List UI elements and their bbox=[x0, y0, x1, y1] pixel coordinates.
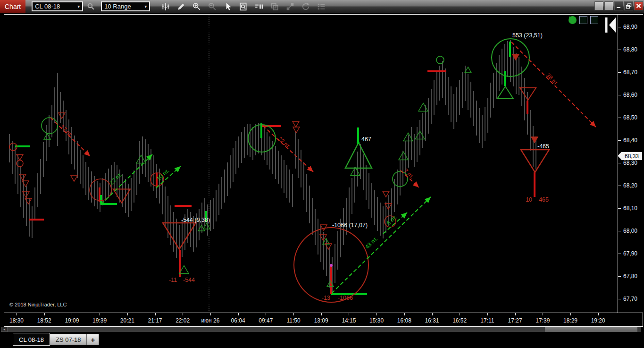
price-chart[interactable]: 17 пт.22 пт.10 пт.22 пт.43 пт.6 пт.7 пт.… bbox=[4, 15, 618, 313]
time-tick bbox=[293, 313, 294, 315]
svg-text:43 пт.: 43 пт. bbox=[364, 235, 379, 250]
time-tick-label: 19:09 bbox=[65, 317, 79, 324]
time-tick bbox=[155, 313, 156, 315]
scrollbar-left-button[interactable]: ◄ bbox=[1, 327, 8, 332]
time-tick bbox=[238, 313, 239, 315]
price-tick bbox=[618, 27, 621, 27]
time-tick bbox=[127, 313, 128, 315]
time-tick-label: 19:20 bbox=[591, 317, 605, 324]
price-tick bbox=[618, 163, 621, 163]
range-select[interactable]: 10 Range ▾ bbox=[101, 1, 150, 11]
add-tab-button[interactable]: + bbox=[87, 334, 99, 345]
svg-text:38 пт.: 38 пт. bbox=[545, 72, 560, 87]
time-tick bbox=[349, 313, 349, 315]
zoom-out-icon[interactable] bbox=[207, 2, 217, 11]
svg-text:-1066: -1066 bbox=[338, 295, 353, 301]
price-tick bbox=[618, 254, 621, 254]
toolbar-icons bbox=[160, 2, 326, 11]
time-tick bbox=[72, 313, 72, 315]
time-tick-label: 09:47 bbox=[259, 317, 273, 324]
price-tick bbox=[618, 231, 621, 231]
svg-text:7 пт.: 7 пт. bbox=[402, 168, 415, 180]
refresh-icon[interactable] bbox=[301, 2, 311, 11]
horizontal-scrollbar[interactable]: ◄ bbox=[1, 327, 641, 332]
price-tick bbox=[618, 50, 621, 50]
zoom-in-icon[interactable] bbox=[192, 2, 202, 11]
minimize-button[interactable] bbox=[614, 1, 623, 10]
time-tick-label: 17:39 bbox=[535, 317, 550, 324]
current-price-value: 68,33 bbox=[625, 153, 639, 160]
window-title-tab[interactable]: Chart bbox=[0, 0, 25, 13]
maximize-panel-icon[interactable] bbox=[590, 16, 598, 24]
list-icon[interactable] bbox=[316, 2, 326, 11]
chart-plot-area[interactable]: 17 пт.22 пт.10 пт.22 пт.43 пт.6 пт.7 пт.… bbox=[4, 15, 618, 313]
inspect-icon[interactable] bbox=[238, 2, 249, 11]
svg-text:-544: -544 bbox=[183, 277, 195, 283]
layers-icon[interactable] bbox=[269, 2, 280, 11]
price-tick bbox=[618, 95, 621, 95]
time-tick bbox=[100, 313, 100, 315]
chart-tab-cl-08-18[interactable]: CL 08-18 bbox=[13, 333, 50, 346]
chart-tab-bar: CL 08-18ZS 07-18+ bbox=[0, 332, 644, 348]
instrument-select[interactable]: CL 08-18 ▾ bbox=[32, 1, 83, 11]
time-tick-label: 20:21 bbox=[120, 317, 134, 324]
nodes-icon[interactable] bbox=[285, 2, 295, 11]
time-tick bbox=[404, 313, 405, 315]
time-tick-label: 17:27 bbox=[508, 317, 522, 324]
svg-text:-544 (9,38): -544 (9,38) bbox=[181, 217, 210, 223]
price-tick-label: 68,90 bbox=[623, 24, 637, 30]
price-tick bbox=[618, 118, 621, 118]
price-tick-label: 68,10 bbox=[623, 205, 637, 211]
pencil-icon[interactable] bbox=[176, 2, 186, 11]
scrollbar-thumb[interactable] bbox=[545, 327, 637, 332]
time-tick-label: 18:52 bbox=[37, 317, 51, 324]
svg-text:-10: -10 bbox=[524, 196, 532, 203]
price-tick-label: 67,70 bbox=[623, 296, 637, 302]
time-tick bbox=[598, 313, 599, 315]
time-tick-label: июн 26 bbox=[201, 317, 219, 324]
price-tick-label: 68,00 bbox=[623, 228, 637, 234]
price-tick bbox=[618, 276, 621, 277]
price-axis[interactable]: 68,33 68,9068,8068,7068,6068,5068,4068,3… bbox=[618, 15, 643, 313]
copyright-text: © 2018 NinjaTrader, LLC bbox=[9, 302, 67, 307]
restore-button[interactable] bbox=[624, 1, 633, 10]
chart-corner-toolbar bbox=[569, 16, 598, 24]
time-axis[interactable]: 18:3018:5219:0919:3920:2121:1722:02июн 2… bbox=[4, 313, 643, 326]
svg-text:467: 467 bbox=[361, 136, 371, 143]
time-tick-label: 16:31 bbox=[425, 317, 439, 324]
time-tick-label: 22:02 bbox=[176, 317, 190, 324]
svg-text:22 пт.: 22 пт. bbox=[277, 136, 292, 150]
time-tick bbox=[210, 313, 211, 315]
time-tick bbox=[17, 313, 17, 315]
price-tick-label: 68,40 bbox=[623, 137, 637, 143]
svg-text:-1066 (17,07): -1066 (17,07) bbox=[332, 222, 368, 229]
chart-tab-zs-07-18[interactable]: ZS 07-18 bbox=[50, 334, 87, 345]
data-series-list-icon[interactable] bbox=[579, 16, 587, 24]
svg-text:-11: -11 bbox=[169, 277, 177, 283]
time-tick-label: 18:29 bbox=[563, 317, 577, 324]
time-tick-label: 06:04 bbox=[231, 317, 245, 324]
search-icon[interactable] bbox=[87, 2, 95, 10]
chevron-down-icon: ▾ bbox=[144, 4, 147, 9]
window-button-a[interactable] bbox=[594, 1, 603, 10]
window-controls bbox=[594, 1, 643, 10]
time-tick bbox=[44, 313, 45, 315]
time-tick-label: 16:52 bbox=[452, 317, 467, 324]
window-button-b[interactable] bbox=[604, 1, 613, 10]
stepper-icon[interactable] bbox=[254, 2, 264, 11]
indicators-icon[interactable] bbox=[160, 2, 171, 11]
time-tick bbox=[432, 313, 433, 315]
close-button[interactable] bbox=[634, 1, 643, 10]
current-price-marker: 68,33 bbox=[621, 152, 642, 160]
price-tick bbox=[618, 72, 621, 73]
time-tick-label: 15:30 bbox=[369, 317, 384, 324]
window-title: Chart bbox=[5, 3, 21, 10]
cursor-icon[interactable] bbox=[223, 2, 233, 11]
range-select-value: 10 Range bbox=[104, 3, 131, 10]
time-tick bbox=[183, 313, 183, 315]
price-tick-label: 68,20 bbox=[623, 183, 637, 188]
scrollbar-track[interactable] bbox=[8, 327, 641, 332]
svg-text:10 пт.: 10 пт. bbox=[155, 168, 170, 182]
time-tick-label: 18:30 bbox=[9, 317, 24, 324]
price-tick bbox=[618, 140, 621, 141]
